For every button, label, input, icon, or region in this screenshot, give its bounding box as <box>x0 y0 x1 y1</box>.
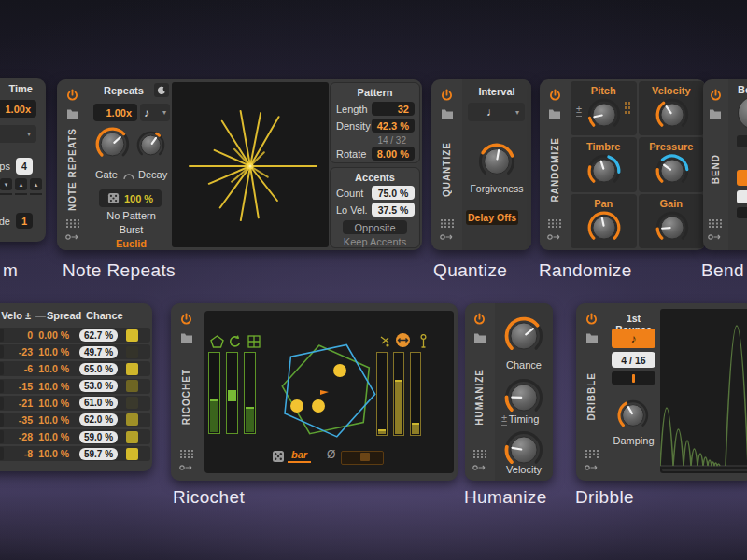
dice-icon[interactable] <box>272 450 285 463</box>
note-list-icon[interactable] <box>625 102 630 115</box>
velo-value[interactable]: -35 <box>7 414 33 426</box>
pressure-knob[interactable] <box>655 154 689 191</box>
phase-slider-handle[interactable] <box>360 453 370 461</box>
spread-value[interactable]: 10.0 % <box>37 398 69 409</box>
shape-icon[interactable] <box>210 335 224 348</box>
damping-knob[interactable] <box>617 399 649 435</box>
timbre-knob[interactable] <box>587 154 621 191</box>
steps-value[interactable]: 4 <box>16 158 33 175</box>
note-swatch[interactable] <box>126 380 138 392</box>
velo-value[interactable]: -15 <box>7 381 33 392</box>
spin-icon[interactable] <box>229 335 242 348</box>
preset-folder-icon[interactable] <box>709 108 722 119</box>
lo-vel-value[interactable]: 37.5 % <box>372 203 415 217</box>
speed-icon[interactable] <box>379 335 390 348</box>
grid-icon[interactable] <box>247 335 261 348</box>
signal-out-icon[interactable] <box>472 464 487 471</box>
table-row[interactable]: -6 10.0 % 65.0 % <box>0 361 150 376</box>
mode-item-no-pattern[interactable]: No Pattern <box>91 210 172 221</box>
spread-value[interactable]: 10.0 % <box>37 431 69 442</box>
chance-button[interactable]: 49.7 % <box>79 346 118 358</box>
gate-knob[interactable] <box>95 127 130 165</box>
forgiveness-knob[interactable] <box>478 143 515 184</box>
drag-handle-icon[interactable] <box>548 219 561 228</box>
bounce-note-button[interactable]: ♪ <box>612 329 655 348</box>
rate-dropdown[interactable]: ♪ ▾ <box>0 125 36 143</box>
velo-value[interactable]: -8 <box>7 448 33 459</box>
pitch-knob[interactable] <box>587 98 621 135</box>
note-swatch[interactable] <box>126 431 138 443</box>
bounce-ratio-button[interactable]: 4 / 16 <box>612 352 655 368</box>
parameter-slider[interactable] <box>226 352 238 434</box>
chance-knob[interactable] <box>504 316 543 359</box>
spread-value[interactable]: 10.0 % <box>37 448 69 459</box>
table-row[interactable]: -15 10.0 % 53.0 % <box>0 379 150 394</box>
rate-value[interactable]: 1.00x <box>93 104 137 121</box>
chance-button[interactable]: 65.0 % <box>79 363 118 375</box>
preset-folder-icon[interactable] <box>548 108 561 119</box>
mode-item-euclid[interactable]: Euclid <box>91 238 172 249</box>
plus-minus-icon[interactable]: ± <box>576 104 582 117</box>
pitch-arrow-button[interactable]: ▴ <box>15 178 27 190</box>
keep-accents-button[interactable]: Keep Accents <box>331 236 419 247</box>
time-value[interactable]: 1.00x <box>0 100 36 118</box>
decay-knob[interactable] <box>136 131 165 163</box>
parameter-slider[interactable] <box>376 352 388 436</box>
display-scrollbar[interactable] <box>662 469 747 471</box>
chance-button[interactable]: 59.0 % <box>79 431 118 443</box>
velo-value[interactable]: -28 <box>7 431 33 442</box>
parameter-slider[interactable] <box>393 352 404 436</box>
power-icon[interactable] <box>472 313 486 327</box>
bend-value-box[interactable] <box>737 135 747 147</box>
power-icon[interactable] <box>548 89 562 103</box>
mode-item-burst[interactable]: Burst <box>91 224 172 235</box>
pitch-arrow-button[interactable]: ▾ <box>0 178 12 190</box>
pitch-pin-icon[interactable] <box>419 334 428 348</box>
spread-value[interactable]: 10.0 % <box>37 381 69 392</box>
parameter-slider[interactable] <box>410 352 421 436</box>
preset-folder-icon[interactable] <box>66 108 79 119</box>
parameter-slider[interactable] <box>208 352 220 434</box>
chance-button[interactable]: 62.7 % <box>79 329 118 342</box>
bend-knob-partial[interactable] <box>738 96 747 130</box>
spread-value[interactable]: 0.00 % <box>37 329 69 341</box>
velo-value[interactable]: -6 <box>7 363 33 374</box>
velocity-knob[interactable] <box>655 98 689 135</box>
dribble-display[interactable] <box>660 309 747 473</box>
table-row[interactable]: -21 10.0 % 61.0 % <box>0 396 150 411</box>
bend-dark-box[interactable] <box>737 207 747 218</box>
sync-mode-button[interactable]: bar <box>288 449 311 463</box>
note-swatch[interactable] <box>126 346 138 358</box>
drag-handle-icon[interactable] <box>473 450 486 458</box>
spread-value[interactable]: 10.0 % <box>37 414 69 426</box>
note-swatch[interactable] <box>126 448 138 460</box>
power-icon[interactable] <box>179 313 193 327</box>
drag-handle-icon[interactable] <box>709 219 722 228</box>
table-row[interactable]: 0 0.00 % 62.7 % <box>0 328 150 343</box>
bounce-position-box[interactable] <box>612 371 655 385</box>
chance-button[interactable]: 62.0 % <box>79 413 118 426</box>
count-value[interactable]: 75.0 % <box>372 186 415 200</box>
spread-value[interactable]: 10.0 % <box>37 363 69 374</box>
bend-white-button[interactable] <box>737 190 747 203</box>
delay-offs-button[interactable]: Delay Offs <box>466 210 518 225</box>
preset-folder-icon[interactable] <box>441 108 454 119</box>
signal-out-icon[interactable] <box>65 233 80 241</box>
signal-out-icon[interactable] <box>179 464 194 471</box>
signal-out-icon[interactable] <box>440 233 455 241</box>
chance-button[interactable]: 53.0 % <box>79 380 118 392</box>
drag-handle-icon[interactable] <box>585 450 599 458</box>
velo-value[interactable]: -21 <box>7 398 33 409</box>
opposite-button[interactable]: Opposite <box>343 220 407 234</box>
signal-out-icon[interactable] <box>708 233 723 241</box>
phase-reset-button[interactable]: Ø <box>327 448 335 461</box>
parameter-slider[interactable] <box>244 352 256 434</box>
table-row[interactable]: -23 10.0 % 49.7 % <box>0 344 150 359</box>
power-icon[interactable] <box>709 89 723 103</box>
note-swatch[interactable] <box>126 329 138 342</box>
spread-value[interactable]: 10.0 % <box>37 346 69 357</box>
power-icon[interactable] <box>585 313 599 327</box>
pitch-arrow-button[interactable]: ▴ <box>30 178 42 190</box>
chance-button[interactable]: 61.0 % <box>79 397 118 409</box>
stride-value[interactable]: 1 <box>16 213 33 229</box>
